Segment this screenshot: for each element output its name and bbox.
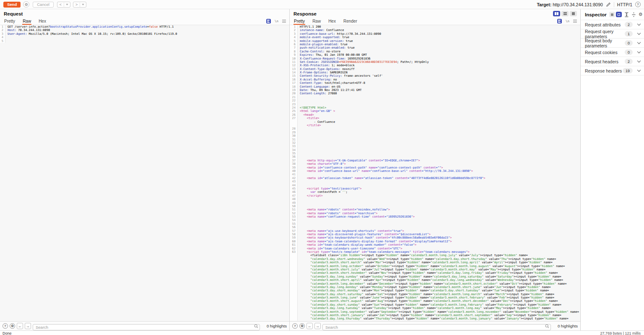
response-search-bar: ? ⚙ ← → 0 highlights — [290, 321, 580, 330]
inspector-section-request-query-parameters[interactable]: Request query parameters1 — [581, 29, 644, 39]
request-search-input[interactable] — [33, 324, 260, 330]
chevron-down-icon[interactable] — [66, 4, 68, 5]
code-line: 42 <meta id="atlassian-token" name="atla… — [290, 177, 580, 180]
code-line: 52 <meta name="robots" content="noarchiv… — [290, 212, 580, 215]
response-panel: Response PrettyRawHexRender \n 1HTTP/1.1… — [289, 9, 580, 330]
cancel-button[interactable]: Cancel — [33, 2, 54, 8]
code-line: 31 — [290, 138, 580, 141]
code-line: "calendar3.month.long.december" value="D… — [290, 282, 580, 286]
tab-render[interactable]: Render — [343, 19, 358, 25]
history-forward-button[interactable]: > — [73, 2, 86, 8]
search-settings-gear-icon[interactable]: ⚙ — [299, 323, 305, 329]
show-newlines-icon[interactable]: \n — [275, 19, 278, 23]
response-editor[interactable]: 1HTTP/1.1 2002instance-name: Confluence3… — [290, 25, 580, 321]
editor-menu-icon[interactable] — [282, 20, 286, 23]
inspector-section-request-attributes[interactable]: Request attributes2 — [581, 20, 644, 29]
code-line: 60 <meta name="ajs-team-calendars-displa… — [290, 240, 580, 243]
code-line: 44 — [290, 184, 580, 187]
target-value: http://70.34.244.131:8090 — [553, 2, 603, 7]
code-line: 49 — [290, 201, 580, 205]
chevron-down-icon[interactable] — [637, 22, 641, 26]
layout-rows-button[interactable] — [561, 11, 569, 16]
search-next-button[interactable]: → — [25, 323, 31, 329]
code-line: 11Set-Cookie: JSESSIONID=F6E399BA62223C8… — [290, 60, 580, 64]
code-line: 55 — [290, 222, 580, 226]
target-text: Target: http://70.34.244.131:8090 — [537, 2, 602, 7]
layout-columns-button[interactable] — [553, 11, 560, 16]
collapse-all-icon[interactable] — [631, 12, 636, 17]
code-line: 27 <title> — [290, 117, 580, 120]
inspector-settings-gear-icon[interactable]: ⚙ — [639, 12, 643, 17]
chevron-down-icon[interactable] — [637, 68, 641, 72]
request-panel-title: Request — [0, 9, 289, 18]
inspector-section-request-body-parameters[interactable]: Request body parameters0 — [581, 39, 644, 48]
inspector-title: Inspector — [585, 12, 607, 17]
response-search-input[interactable] — [322, 324, 551, 330]
code-line: </title> — [290, 124, 580, 127]
edit-target-pencil-icon[interactable] — [606, 2, 611, 7]
pretty-print-icon[interactable] — [266, 19, 271, 23]
inspector-section-request-cookies[interactable]: Request cookies0 — [581, 48, 644, 57]
count-badge: 2 — [625, 59, 633, 64]
code-line: 58 <meta name="ajs-discovered-plugin-fea… — [290, 233, 580, 236]
code-line: "calendar3.month.long.october" value="Oc… — [290, 265, 580, 268]
code-line: 36 — [290, 155, 580, 158]
search-help-icon[interactable]: ? — [3, 323, 8, 329]
code-line: 10X-Confluence-Request-Time: 16995292618… — [290, 57, 580, 60]
code-line: 40 <meta id="confluence-base-url" name="… — [290, 169, 580, 173]
tab-hex[interactable]: Hex — [38, 19, 47, 25]
code-line: 22 — [290, 99, 580, 102]
search-settings-gear-icon[interactable]: ⚙ — [10, 323, 15, 329]
tab-pretty[interactable]: Pretty — [293, 19, 305, 25]
tab-pretty[interactable]: Pretty — [4, 19, 16, 25]
chevron-down-icon[interactable] — [82, 4, 84, 5]
history-back-button[interactable]: < — [57, 2, 70, 8]
code-line: 23 — [290, 103, 580, 106]
send-settings-gear-icon[interactable]: ⚙ — [23, 1, 29, 8]
http-version-label[interactable]: HTTP/1 — [617, 2, 632, 7]
status-bar: Done 27,769 bytes | 121 millis — [0, 330, 644, 335]
request-tabs: PrettyRawHex \n — [0, 18, 289, 25]
response-size-time: 27,769 bytes | 121 millis — [600, 331, 641, 335]
request-editor[interactable]: 1GET /server-info.action?bootstrapStatus… — [0, 25, 289, 321]
forward-arrow-icon: > — [73, 3, 80, 7]
search-next-button[interactable]: → — [314, 323, 321, 329]
inspector-section-response-headers[interactable]: Response headers19 — [581, 66, 644, 75]
back-arrow-icon: < — [57, 3, 64, 7]
code-line: 37 <meta http-equiv="X-UA-Compatible" co… — [290, 159, 580, 162]
editor-menu-icon[interactable] — [573, 20, 577, 23]
code-line: 56 — [290, 226, 580, 229]
send-button[interactable]: Send — [3, 2, 21, 8]
search-icon — [254, 324, 258, 328]
search-help-icon[interactable]: ? — [292, 323, 298, 329]
inspector-section-request-headers[interactable]: Request headers2 — [581, 57, 644, 66]
response-tabs: PrettyRawHexRender \n — [290, 18, 580, 25]
code-line: 33 — [290, 145, 580, 148]
code-line: "calendar3.month.short.january" value="J… — [290, 314, 580, 317]
search-prev-button[interactable]: ← — [17, 323, 23, 329]
code-line: 19Date: Thu, 09 Nov 2023 11:27:41 GMT — [290, 88, 580, 92]
code-line: 21 — [290, 96, 580, 99]
tab-raw[interactable]: Raw — [22, 19, 31, 25]
layout-toggle — [553, 11, 577, 16]
expand-all-icon[interactable] — [624, 12, 629, 17]
inspector-expanded-view-button[interactable] — [616, 12, 622, 17]
chevron-down-icon[interactable] — [637, 59, 641, 62]
code-line: 17Content-Type: text/html;charset=UTF-8 — [290, 81, 580, 85]
pretty-print-icon[interactable] — [557, 19, 562, 23]
layout-tabs-button[interactable] — [570, 11, 577, 16]
code-line: 2instance-name: Confluence — [290, 29, 580, 32]
chevron-down-icon[interactable] — [637, 41, 641, 44]
tab-hex[interactable]: Hex — [328, 19, 336, 25]
code-line: 50 — [290, 205, 580, 208]
inspector-collapsed-view-button[interactable] — [609, 12, 615, 17]
code-line: 9Expires: Thu, 01 Jan 1970 00:00:00 GMT — [290, 53, 580, 57]
search-prev-button[interactable]: ← — [306, 323, 313, 329]
chevron-down-icon[interactable] — [637, 50, 641, 53]
code-line: 5 — [0, 39, 289, 43]
tab-raw[interactable]: Raw — [312, 19, 321, 25]
show-newlines-icon[interactable]: \n — [566, 19, 569, 23]
code-line: <fieldset class="i18n hidden"><input typ… — [290, 254, 580, 257]
chevron-down-icon[interactable] — [637, 31, 641, 35]
help-icon[interactable]: ? — [635, 2, 641, 7]
